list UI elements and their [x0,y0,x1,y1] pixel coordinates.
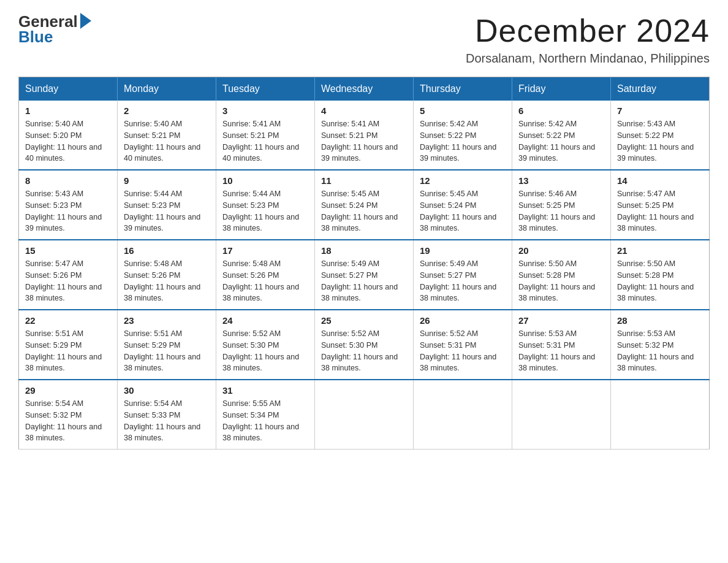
page-header: General Blue December 2024 Dorsalanam, N… [18,12,710,66]
day-info: Sunrise: 5:49 AM Sunset: 5:27 PM Dayligh… [420,258,506,304]
day-info: Sunrise: 5:48 AM Sunset: 5:26 PM Dayligh… [222,258,308,304]
calendar-day-cell: 14 Sunrise: 5:47 AM Sunset: 5:25 PM Dayl… [611,170,710,240]
calendar-day-cell: 23 Sunrise: 5:51 AM Sunset: 5:29 PM Dayl… [118,310,216,380]
calendar-day-cell: 13 Sunrise: 5:46 AM Sunset: 5:25 PM Dayl… [512,170,611,240]
day-number: 7 [617,105,703,116]
calendar-day-cell [414,380,512,450]
day-info: Sunrise: 5:48 AM Sunset: 5:26 PM Dayligh… [124,258,210,304]
day-number: 9 [124,175,210,186]
calendar-day-cell: 6 Sunrise: 5:42 AM Sunset: 5:22 PM Dayli… [512,101,611,170]
day-number: 6 [518,105,604,116]
calendar-day-cell: 21 Sunrise: 5:50 AM Sunset: 5:28 PM Dayl… [611,240,710,310]
day-info: Sunrise: 5:52 AM Sunset: 5:30 PM Dayligh… [222,328,308,374]
day-number: 18 [321,245,407,256]
calendar-day-cell: 18 Sunrise: 5:49 AM Sunset: 5:27 PM Dayl… [315,240,414,310]
calendar-day-cell: 26 Sunrise: 5:52 AM Sunset: 5:31 PM Dayl… [414,310,512,380]
day-info: Sunrise: 5:40 AM Sunset: 5:21 PM Dayligh… [124,118,210,164]
day-number: 16 [124,245,210,256]
calendar-title: December 2024 [466,12,710,49]
day-info: Sunrise: 5:40 AM Sunset: 5:20 PM Dayligh… [25,118,111,164]
calendar-body: 1 Sunrise: 5:40 AM Sunset: 5:20 PM Dayli… [19,101,710,450]
calendar-header-cell: Tuesday [216,77,315,101]
day-info: Sunrise: 5:52 AM Sunset: 5:30 PM Dayligh… [321,328,407,374]
day-info: Sunrise: 5:50 AM Sunset: 5:28 PM Dayligh… [617,258,703,304]
day-info: Sunrise: 5:45 AM Sunset: 5:24 PM Dayligh… [321,188,407,234]
calendar-day-cell: 19 Sunrise: 5:49 AM Sunset: 5:27 PM Dayl… [414,240,512,310]
calendar-day-cell: 29 Sunrise: 5:54 AM Sunset: 5:32 PM Dayl… [19,380,118,450]
day-info: Sunrise: 5:41 AM Sunset: 5:21 PM Dayligh… [222,118,308,164]
calendar-day-cell: 2 Sunrise: 5:40 AM Sunset: 5:21 PM Dayli… [118,101,216,170]
logo-triangle-icon [80,13,91,29]
calendar-header-cell: Wednesday [315,77,414,101]
day-number: 25 [321,315,407,326]
day-number: 31 [222,385,308,396]
calendar-day-cell: 22 Sunrise: 5:51 AM Sunset: 5:29 PM Dayl… [19,310,118,380]
calendar-day-cell: 4 Sunrise: 5:41 AM Sunset: 5:21 PM Dayli… [315,101,414,170]
day-info: Sunrise: 5:42 AM Sunset: 5:22 PM Dayligh… [420,118,506,164]
day-info: Sunrise: 5:55 AM Sunset: 5:34 PM Dayligh… [222,398,308,444]
day-number: 1 [25,105,111,116]
day-info: Sunrise: 5:43 AM Sunset: 5:22 PM Dayligh… [617,118,703,164]
calendar-day-cell: 24 Sunrise: 5:52 AM Sunset: 5:30 PM Dayl… [216,310,315,380]
day-number: 24 [222,315,308,326]
logo: General Blue [18,12,91,47]
day-number: 23 [124,315,210,326]
day-info: Sunrise: 5:44 AM Sunset: 5:23 PM Dayligh… [222,188,308,234]
calendar-day-cell: 20 Sunrise: 5:50 AM Sunset: 5:28 PM Dayl… [512,240,611,310]
day-number: 10 [222,175,308,186]
day-info: Sunrise: 5:42 AM Sunset: 5:22 PM Dayligh… [518,118,604,164]
calendar-header-cell: Thursday [414,77,512,101]
calendar-week-row: 29 Sunrise: 5:54 AM Sunset: 5:32 PM Dayl… [19,380,710,450]
calendar-day-cell: 8 Sunrise: 5:43 AM Sunset: 5:23 PM Dayli… [19,170,118,240]
calendar-day-cell: 5 Sunrise: 5:42 AM Sunset: 5:22 PM Dayli… [414,101,512,170]
day-number: 21 [617,245,703,256]
calendar-day-cell: 15 Sunrise: 5:47 AM Sunset: 5:26 PM Dayl… [19,240,118,310]
calendar-day-cell: 25 Sunrise: 5:52 AM Sunset: 5:30 PM Dayl… [315,310,414,380]
day-number: 29 [25,385,111,396]
day-info: Sunrise: 5:41 AM Sunset: 5:21 PM Dayligh… [321,118,407,164]
calendar-day-cell: 30 Sunrise: 5:54 AM Sunset: 5:33 PM Dayl… [118,380,216,450]
day-number: 8 [25,175,111,186]
calendar-day-cell [611,380,710,450]
day-info: Sunrise: 5:43 AM Sunset: 5:23 PM Dayligh… [25,188,111,234]
day-number: 15 [25,245,111,256]
day-info: Sunrise: 5:50 AM Sunset: 5:28 PM Dayligh… [518,258,604,304]
calendar-day-cell: 3 Sunrise: 5:41 AM Sunset: 5:21 PM Dayli… [216,101,315,170]
calendar-day-cell: 10 Sunrise: 5:44 AM Sunset: 5:23 PM Dayl… [216,170,315,240]
day-number: 19 [420,245,506,256]
day-number: 3 [222,105,308,116]
calendar-week-row: 15 Sunrise: 5:47 AM Sunset: 5:26 PM Dayl… [19,240,710,310]
calendar-day-cell: 28 Sunrise: 5:53 AM Sunset: 5:32 PM Dayl… [611,310,710,380]
day-number: 20 [518,245,604,256]
day-number: 14 [617,175,703,186]
day-info: Sunrise: 5:44 AM Sunset: 5:23 PM Dayligh… [124,188,210,234]
calendar-day-cell: 31 Sunrise: 5:55 AM Sunset: 5:34 PM Dayl… [216,380,315,450]
day-number: 22 [25,315,111,326]
day-number: 5 [420,105,506,116]
day-number: 26 [420,315,506,326]
day-number: 28 [617,315,703,326]
day-number: 30 [124,385,210,396]
day-info: Sunrise: 5:47 AM Sunset: 5:26 PM Dayligh… [25,258,111,304]
day-info: Sunrise: 5:54 AM Sunset: 5:32 PM Dayligh… [25,398,111,444]
calendar-day-cell: 16 Sunrise: 5:48 AM Sunset: 5:26 PM Dayl… [118,240,216,310]
logo-blue-text: Blue [18,28,53,47]
day-number: 11 [321,175,407,186]
calendar-day-cell: 1 Sunrise: 5:40 AM Sunset: 5:20 PM Dayli… [19,101,118,170]
day-number: 13 [518,175,604,186]
title-section: December 2024 Dorsalanam, Northern Minda… [466,12,710,66]
calendar-day-cell: 17 Sunrise: 5:48 AM Sunset: 5:26 PM Dayl… [216,240,315,310]
calendar-day-cell: 9 Sunrise: 5:44 AM Sunset: 5:23 PM Dayli… [118,170,216,240]
day-number: 27 [518,315,604,326]
day-info: Sunrise: 5:51 AM Sunset: 5:29 PM Dayligh… [124,328,210,374]
day-info: Sunrise: 5:49 AM Sunset: 5:27 PM Dayligh… [321,258,407,304]
day-info: Sunrise: 5:53 AM Sunset: 5:31 PM Dayligh… [518,328,604,374]
day-info: Sunrise: 5:51 AM Sunset: 5:29 PM Dayligh… [25,328,111,374]
day-info: Sunrise: 5:45 AM Sunset: 5:24 PM Dayligh… [420,188,506,234]
calendar-header: SundayMondayTuesdayWednesdayThursdayFrid… [19,77,710,101]
calendar-day-cell: 12 Sunrise: 5:45 AM Sunset: 5:24 PM Dayl… [414,170,512,240]
calendar-day-cell: 11 Sunrise: 5:45 AM Sunset: 5:24 PM Dayl… [315,170,414,240]
day-number: 12 [420,175,506,186]
calendar-subtitle: Dorsalanam, Northern Mindanao, Philippin… [466,52,710,66]
day-info: Sunrise: 5:47 AM Sunset: 5:25 PM Dayligh… [617,188,703,234]
